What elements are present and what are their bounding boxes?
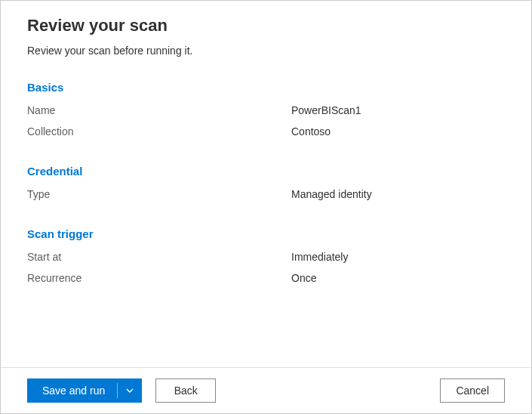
row-type: Type Managed identity (27, 184, 505, 205)
row-collection: Collection Contoso (27, 121, 505, 142)
row-name: Name PowerBIScan1 (27, 100, 505, 121)
save-and-run-split-button: Save and run (27, 378, 142, 403)
section-heading-basics: Basics (27, 81, 505, 94)
section-basics: Basics Name PowerBIScan1 Collection Cont… (27, 81, 505, 142)
value-collection: Contoso (291, 121, 331, 142)
row-start-at: Start at Immediately (27, 246, 505, 267)
save-and-run-menu-button[interactable] (118, 378, 142, 403)
page-title: Review your scan (27, 16, 505, 36)
value-type: Managed identity (291, 184, 372, 205)
value-recurrence: Once (291, 267, 316, 289)
section-scan-trigger: Scan trigger Start at Immediately Recurr… (27, 227, 505, 289)
main-content: Review your scan Review your scan before… (1, 1, 531, 367)
label-collection: Collection (27, 121, 291, 142)
value-name: PowerBIScan1 (291, 100, 361, 121)
back-button[interactable]: Back (155, 378, 216, 403)
label-recurrence: Recurrence (27, 267, 291, 289)
section-heading-credential: Credential (27, 165, 505, 178)
section-credential: Credential Type Managed identity (27, 165, 505, 205)
label-start-at: Start at (27, 246, 291, 267)
section-heading-scan-trigger: Scan trigger (27, 227, 505, 240)
page-subtitle: Review your scan before running it. (27, 45, 505, 57)
chevron-down-icon (125, 386, 134, 395)
save-and-run-button[interactable]: Save and run (27, 378, 117, 403)
label-name: Name (27, 100, 291, 121)
cancel-button[interactable]: Cancel (440, 378, 505, 403)
row-recurrence: Recurrence Once (27, 267, 505, 289)
footer: Save and run Back Cancel (1, 367, 531, 413)
value-start-at: Immediately (291, 246, 348, 267)
label-type: Type (27, 184, 291, 205)
